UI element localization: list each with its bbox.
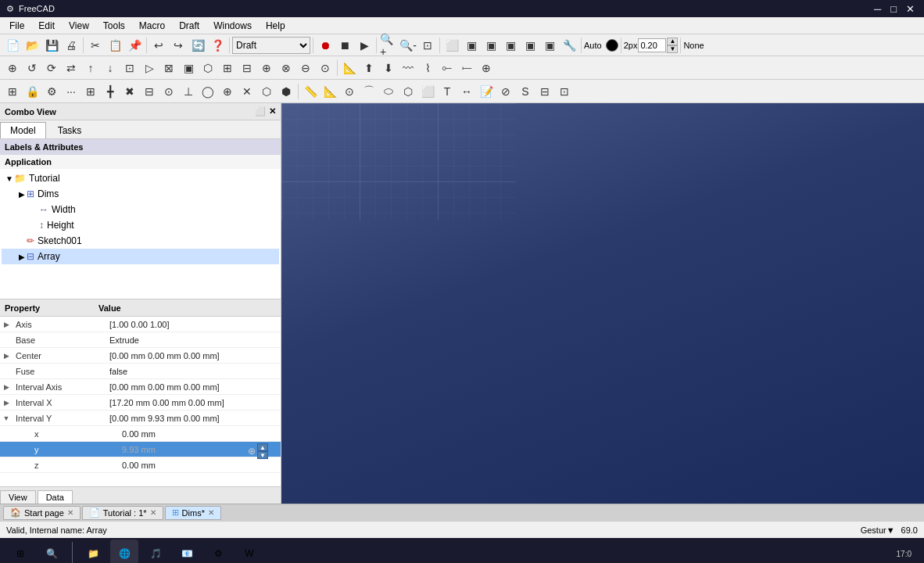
- menu-item-macro[interactable]: Macro: [133, 19, 171, 33]
- tree-item-dims[interactable]: ▶ ⊞ Dims: [2, 186, 279, 202]
- combo-view-controls[interactable]: ⬜ ✕: [255, 106, 276, 117]
- view-front-button[interactable]: ▣: [462, 36, 481, 55]
- draft-to-sketch-button[interactable]: 📐: [340, 59, 359, 77]
- snap-workinplane[interactable]: ⬢: [277, 82, 295, 101]
- snap-endpoint[interactable]: ⚙: [42, 82, 61, 101]
- snap-midpoint-button[interactable]: ⟳: [42, 59, 61, 77]
- prop-row-y-y[interactable]: y 9.93 mm ⊕ ▲ ▼: [0, 442, 281, 457]
- tab-data[interactable]: Data: [38, 490, 73, 504]
- view-perspective-button[interactable]: ▣: [540, 36, 559, 55]
- save-button[interactable]: 💾: [42, 36, 61, 55]
- print-button[interactable]: 🖨: [62, 36, 81, 55]
- prop-toggle-center[interactable]: ▶: [0, 352, 13, 360]
- shape2dview-button[interactable]: ⊙: [316, 59, 335, 77]
- dims-tab-close[interactable]: ✕: [208, 508, 214, 517]
- path-link-array-button[interactable]: ⊖: [296, 59, 315, 77]
- view-top-button[interactable]: ▣: [482, 36, 500, 55]
- taskbar-explorer[interactable]: 📁: [79, 540, 107, 563]
- hatch-tool[interactable]: ⊘: [496, 82, 515, 101]
- vp-tab-dims[interactable]: ⊞ Dims* ✕: [165, 506, 221, 520]
- new-button[interactable]: 📄: [3, 36, 22, 55]
- snap-nearst[interactable]: ✕: [238, 82, 256, 101]
- snap-button[interactable]: ⊕: [3, 59, 22, 77]
- line-tool[interactable]: 📏: [301, 82, 320, 101]
- maximize-button[interactable]: □: [887, 3, 900, 15]
- paste-button[interactable]: 📌: [125, 36, 144, 55]
- upgrade-button[interactable]: ⬆: [360, 59, 378, 77]
- search-button[interactable]: 🔍: [38, 540, 66, 563]
- taskbar-chrome[interactable]: 🌐: [110, 540, 138, 563]
- menu-item-file[interactable]: File: [3, 19, 30, 33]
- line-color-picker[interactable]: [606, 39, 618, 52]
- zoom-fit-button[interactable]: ⊡: [418, 36, 437, 55]
- prop-row-center[interactable]: ▶ Center [0.00 mm 0.00 mm 0.00 mm]: [0, 348, 281, 364]
- record-button[interactable]: ⏺: [316, 36, 335, 55]
- snap-lock-icon[interactable]: 🔒: [23, 82, 41, 101]
- rectangle-tool[interactable]: ⬜: [418, 82, 437, 101]
- facebinder-tool[interactable]: ⊟: [535, 82, 554, 101]
- start-page-close[interactable]: ✕: [67, 508, 73, 517]
- line-width-spinner[interactable]: ▲ ▼: [667, 38, 678, 53]
- snap-extension[interactable]: ⊙: [159, 82, 178, 101]
- snap-lock-button[interactable]: ↺: [23, 59, 41, 77]
- minimize-button[interactable]: ─: [871, 3, 884, 15]
- prop-row-fuse[interactable]: Fuse false: [0, 364, 281, 379]
- taskbar-freecad[interactable]: ⚙: [204, 540, 232, 563]
- trim-button[interactable]: ▣: [179, 59, 198, 77]
- close-button[interactable]: ✕: [903, 3, 918, 15]
- snap-parallel[interactable]: ⊟: [140, 82, 159, 101]
- tree-toggle-tutorial[interactable]: ▼: [5, 174, 14, 183]
- undo-button[interactable]: ↩: [149, 36, 168, 55]
- snap-special[interactable]: ⊕: [218, 82, 237, 101]
- polygon-tool[interactable]: ⬡: [399, 82, 417, 101]
- redo-button[interactable]: ↪: [169, 36, 188, 55]
- tree-toggle-dims[interactable]: ▶: [17, 190, 27, 199]
- move-button[interactable]: ↑: [81, 59, 100, 77]
- label-tool[interactable]: ⊡: [555, 82, 574, 101]
- view-isometric-button[interactable]: 🔧: [560, 36, 578, 55]
- snap-grid[interactable]: ⊞: [81, 82, 100, 101]
- tree-view[interactable]: ▼ 📁 Tutorial ▶ ⊞ Dims ▶ ↔ Width ▶ ↕ Heig…: [0, 169, 281, 299]
- downgrade-button[interactable]: ⬇: [379, 59, 398, 77]
- tab-tasks[interactable]: Tasks: [48, 122, 92, 138]
- tree-item-width[interactable]: ▶ ↔ Width: [2, 202, 279, 217]
- start-button[interactable]: ⊞: [6, 540, 34, 563]
- menu-item-view[interactable]: View: [63, 19, 95, 33]
- workbench-selector[interactable]: Draft: [232, 37, 310, 54]
- vp-tab-start[interactable]: 🏠 Start page ✕: [3, 506, 81, 520]
- spin-down[interactable]: ▼: [667, 45, 678, 53]
- title-controls[interactable]: ─ □ ✕: [871, 3, 918, 15]
- menu-item-edit[interactable]: Edit: [32, 19, 61, 33]
- snap-lock-toggle[interactable]: ⊞: [3, 82, 22, 101]
- open-button[interactable]: 📂: [23, 36, 41, 55]
- menu-item-draft[interactable]: Draft: [173, 19, 206, 33]
- combo-close-button[interactable]: ✕: [269, 106, 276, 117]
- prop-row-interval-axis[interactable]: ▶ Interval Axis [0.00 mm 0.00 mm 0.00 mm…: [0, 379, 281, 395]
- text-tool[interactable]: T: [438, 82, 457, 101]
- snap-orthoplane[interactable]: ⬡: [257, 82, 276, 101]
- arc-tool[interactable]: ⌒: [360, 82, 378, 101]
- y-y-calc-icon[interactable]: ⊕: [248, 446, 256, 457]
- stop-button[interactable]: ⏹: [335, 36, 354, 55]
- clone-button[interactable]: ⊞: [218, 59, 237, 77]
- dim-tool[interactable]: ↔: [457, 82, 476, 101]
- split-curve-button[interactable]: ⟝: [457, 59, 476, 77]
- view-home-button[interactable]: ⬜: [442, 36, 461, 55]
- help-button[interactable]: ❓: [208, 36, 227, 55]
- bspline-to-wire-button[interactable]: ⌇: [418, 59, 437, 77]
- circle-tool[interactable]: ⊙: [340, 82, 359, 101]
- prop-row-interval-x[interactable]: ▶ Interval X [17.20 mm 0.00 mm 0.00 mm]: [0, 395, 281, 411]
- spin-up[interactable]: ▲: [667, 38, 678, 45]
- wire-to-bspline-button[interactable]: 〰: [399, 59, 417, 77]
- prop-toggle-interval-axis[interactable]: ▶: [0, 383, 13, 391]
- scale-button[interactable]: ⊡: [120, 59, 139, 77]
- taskbar-winamp[interactable]: 🎵: [141, 540, 170, 563]
- view-right-button[interactable]: ▣: [501, 36, 520, 55]
- prop-row-y-x[interactable]: x 0.00 mm: [0, 426, 281, 442]
- join-curves-button[interactable]: ⟜: [438, 59, 457, 77]
- array-button[interactable]: ⊟: [238, 59, 256, 77]
- snap-midpoint2[interactable]: ∙∙∙: [62, 82, 81, 101]
- taskbar-mail[interactable]: 📧: [173, 540, 201, 563]
- cut-button[interactable]: ✂: [86, 36, 105, 55]
- menu-item-tools[interactable]: Tools: [97, 19, 131, 33]
